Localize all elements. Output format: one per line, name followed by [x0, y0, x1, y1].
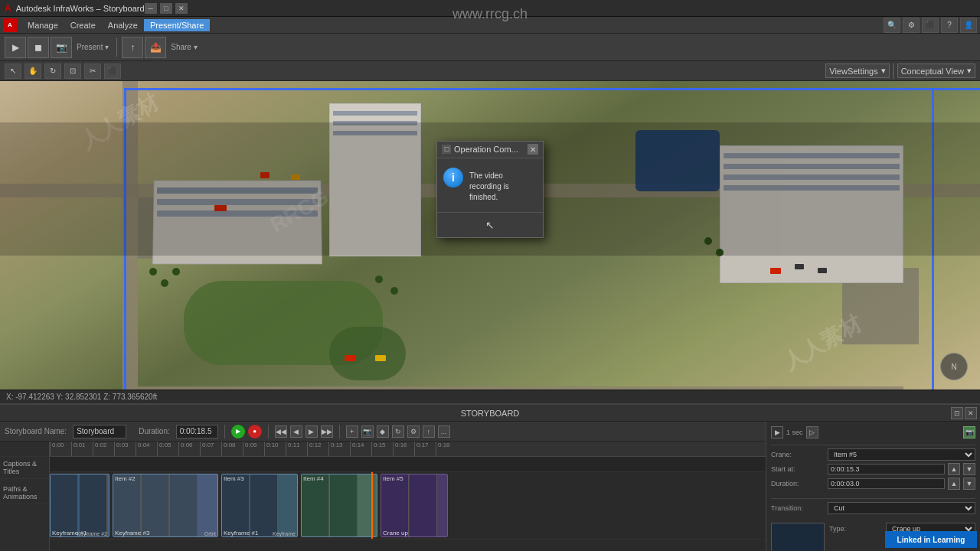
- tick-18: 0:18: [436, 442, 450, 456]
- conceptual-arrow: ▾: [967, 66, 972, 76]
- rp-crane-select[interactable]: Item #5: [828, 448, 975, 461]
- rp-camera-section: Crane: Item #5 Start at: ▲ ▼ Duration: ▲…: [771, 445, 975, 492]
- viewsettings-dropdown[interactable]: ViewSettings ▾: [825, 64, 889, 78]
- tb-end[interactable]: ▶▶: [321, 425, 333, 438]
- track-label-paths: Paths & Animations: [0, 479, 49, 504]
- clip5-title: Item #5: [383, 475, 403, 482]
- tb-rewind[interactable]: ◀◀: [275, 425, 287, 438]
- toolbar-icon-4[interactable]: ?: [941, 18, 958, 33]
- menu-manage[interactable]: Manage: [21, 19, 64, 31]
- toolbar-icon-5[interactable]: 👤: [960, 18, 977, 33]
- view-btn-cursor[interactable]: ↖: [5, 64, 21, 79]
- play-button[interactable]: ▶: [231, 425, 245, 439]
- app-icon: A: [5, 3, 11, 14]
- tb-icon-present3[interactable]: 📷: [51, 37, 72, 58]
- tb-export[interactable]: ↑: [423, 425, 435, 438]
- modal-info-icon: i: [443, 168, 463, 187]
- modal-footer: ↖: [437, 212, 543, 237]
- clip-item5[interactable]: Item #5 Crane up: [381, 474, 448, 537]
- rp-step-fwd[interactable]: ▷: [806, 426, 818, 439]
- rp-startat-input[interactable]: [828, 464, 945, 474]
- present-label[interactable]: Present ▾: [77, 43, 109, 51]
- clip-item1[interactable]: Keyframe #1 Keyframe #2: [50, 474, 109, 537]
- tick-3: 0:03: [114, 442, 129, 456]
- sb-close-button[interactable]: ✕: [965, 407, 977, 419]
- tick-10: 0:10: [264, 442, 279, 456]
- tick-11: 0:11: [286, 442, 300, 456]
- rp-dur2-up[interactable]: ▲: [948, 478, 960, 490]
- toolbar-icon-2[interactable]: ⚙: [903, 18, 920, 33]
- sb-duration-label: Duration:: [139, 427, 170, 435]
- paths-track[interactable]: Keyframe #1 Keyframe #2 Item #2: [50, 472, 766, 540]
- tick-15: 0:15: [371, 442, 386, 456]
- tb-add-clip[interactable]: +: [346, 425, 358, 438]
- tb-loop[interactable]: ↻: [392, 425, 404, 438]
- clip-item4[interactable]: Item #4: [301, 474, 377, 537]
- view-btn-orbit[interactable]: ↻: [44, 64, 61, 79]
- tick-16: 0:16: [393, 442, 407, 456]
- rp-startat-down[interactable]: ▼: [963, 463, 975, 475]
- view-btn-cut[interactable]: ✂: [84, 64, 101, 79]
- storyboard-header: STORYBOARD ⊡ ✕: [0, 405, 980, 422]
- storyboard-duration-input[interactable]: [176, 425, 218, 439]
- tick-6: 0:06: [178, 442, 193, 456]
- viewsettings-arrow: ▾: [881, 66, 886, 76]
- rp-dur2-down[interactable]: ▼: [963, 478, 975, 490]
- tb-camera[interactable]: 📷: [361, 425, 374, 438]
- record-button[interactable]: ●: [248, 425, 262, 439]
- toolbar-icon-1[interactable]: 🔍: [884, 18, 900, 33]
- modal-dialog: ☐ Operation Com... ✕ i The video recordi…: [436, 141, 544, 238]
- view-btn-3d[interactable]: ⬛: [104, 64, 121, 79]
- tracks-container: Keyframe #1 Keyframe #2 Item #2: [50, 457, 766, 540]
- storyboard-name-input[interactable]: [73, 425, 126, 439]
- linkedin-badge: Linked in Learning: [885, 531, 977, 548]
- view-btn-zoom-extents[interactable]: ⊡: [64, 64, 81, 79]
- modal-close-button[interactable]: ✕: [528, 144, 538, 155]
- clip-item3[interactable]: Item #3 Keyframe #1 Keyframe: [221, 474, 298, 537]
- tb-more[interactable]: …: [438, 425, 450, 438]
- rp-startat-label: Start at:: [771, 465, 825, 473]
- modal-body: i The video recording is finished.: [437, 158, 543, 212]
- captions-track[interactable]: [50, 457, 766, 472]
- timeline-content[interactable]: 0:00 0:01 0:02 0:03 0:04 0:05 0:06 0:07 …: [50, 442, 766, 551]
- toolbar-icon-3[interactable]: ⬛: [922, 18, 939, 33]
- maximize-button[interactable]: □: [160, 3, 172, 14]
- sb-float-button[interactable]: ⊡: [951, 407, 963, 419]
- tb-next-frame[interactable]: ▶: [305, 425, 318, 438]
- share-label[interactable]: Share ▾: [171, 43, 197, 51]
- viewport[interactable]: 人人素材 RRCG 人人素材 N ☐ Operation Com... ✕ i …: [0, 61, 980, 403]
- tb-keyframe[interactable]: ◆: [377, 425, 389, 438]
- view-btn-pan[interactable]: ✋: [24, 64, 41, 79]
- conceptual-view-dropdown[interactable]: Conceptual View ▾: [897, 64, 975, 78]
- rp-time-increment: 1 sec: [786, 429, 803, 436]
- rp-crane-label: Crane:: [771, 451, 825, 458]
- titlebar-title: Autodesk InfraWorks – Storyboard: [16, 4, 145, 13]
- rp-play-btn[interactable]: ▶: [771, 426, 783, 439]
- tick-9: 0:09: [243, 442, 257, 456]
- tb-prev-frame[interactable]: ◀: [290, 425, 302, 438]
- tb-icon-present1[interactable]: ▶: [5, 37, 26, 58]
- rp-dur2-input[interactable]: [828, 478, 945, 489]
- clip-item2[interactable]: Item #2 Keyframe #3 Orbit: [113, 474, 218, 537]
- menu-analyze[interactable]: Analyze: [102, 19, 144, 31]
- menu-present-share[interactable]: Present/Share: [144, 19, 210, 31]
- menu-create[interactable]: Create: [64, 19, 102, 31]
- rp-startat-up[interactable]: ▲: [948, 463, 960, 475]
- autodesk-logo: A: [3, 18, 17, 32]
- storyboard-toolbar: Storyboard Name: Duration: ▶ ● ◀◀ ◀ ▶ ▶▶…: [0, 422, 766, 442]
- menubar: A Manage Create Analyze Present/Share 🔍 …: [0, 17, 980, 34]
- tb-icon-present2[interactable]: ◼: [28, 37, 49, 58]
- modal-cursor-area[interactable]: ↖: [482, 217, 498, 233]
- minimize-button[interactable]: ─: [145, 3, 157, 14]
- rp-capture-btn[interactable]: 📷: [963, 426, 975, 439]
- close-button[interactable]: ✕: [175, 3, 188, 14]
- compass: N: [940, 353, 968, 380]
- playhead[interactable]: [371, 472, 373, 539]
- view-btn-separator: [893, 64, 894, 79]
- tb-icon-share1[interactable]: ↑: [122, 37, 143, 58]
- tb-settings2[interactable]: ⚙: [407, 425, 420, 438]
- tb-icon-share2[interactable]: 📤: [145, 37, 166, 58]
- rp-transition-select[interactable]: Cut: [828, 502, 975, 514]
- rp-transition-section: Transition: Cut: [771, 498, 975, 517]
- rp-type-label: Type:: [829, 525, 883, 533]
